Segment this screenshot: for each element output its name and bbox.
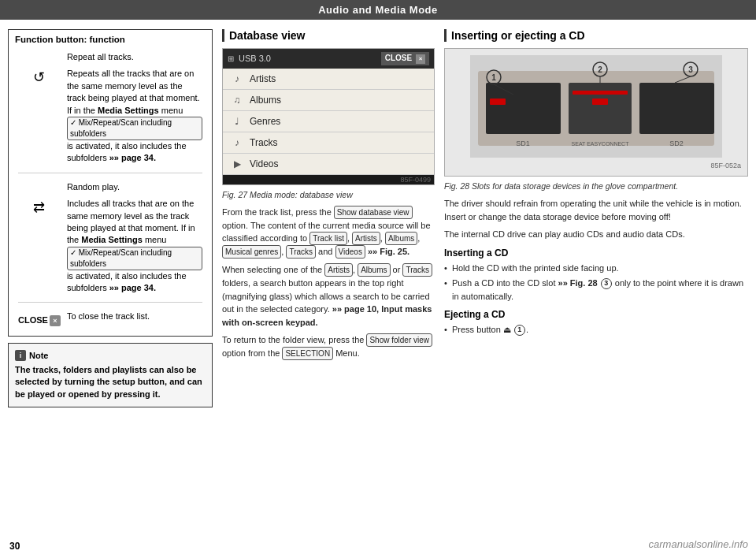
tracks-label: Tracks xyxy=(250,137,278,148)
menu-item-genres[interactable]: ♩ Genres xyxy=(223,111,434,132)
svg-text:1: 1 xyxy=(491,73,496,82)
cd-section-title: Inserting or ejecting a CD xyxy=(444,29,748,42)
close-key: CLOSE × xyxy=(18,314,61,326)
cd-content-para-1: The driver should refrain from operating… xyxy=(444,197,748,223)
videos-icon: ▶ xyxy=(231,158,243,169)
svg-text:SD1: SD1 xyxy=(516,140,530,147)
note-header: i Note xyxy=(15,350,206,361)
albums-btn: Albums xyxy=(385,232,417,245)
svg-rect-6 xyxy=(573,91,628,95)
videos-btn: Videos xyxy=(335,245,365,259)
show-folder-view-btn: Show folder view xyxy=(366,333,432,347)
x-symbol: × xyxy=(50,315,61,326)
fig-27-caption: Fig. 27 Media mode: database view xyxy=(222,190,435,199)
function-box: Function button: function Repeat all tra… xyxy=(8,29,213,337)
insert-bullet-1: Hold the CD with the printed side facing… xyxy=(444,262,748,275)
table-row: ↺ Repeats all the tracks that are on the… xyxy=(15,65,206,166)
media-menu-list: ♪ Artists ♫ Albums ♩ Genres ♪ Tracks xyxy=(223,69,434,175)
cd-content-para-2: The internal CD drive can play audio CDs… xyxy=(444,228,748,241)
artists-btn2: Artists xyxy=(324,263,353,277)
right-column: Inserting or ejecting a CD SD1 xyxy=(444,29,748,407)
table-row: Random play. xyxy=(15,179,206,195)
svg-text:2: 2 xyxy=(598,65,602,74)
menu-item-videos[interactable]: ▶ Videos xyxy=(223,154,434,175)
videos-label: Videos xyxy=(250,158,278,169)
insert-bullet-2: Push a CD into the CD slot »» Fig. 28 3 … xyxy=(444,277,748,303)
selection-btn: SELECTION xyxy=(282,347,333,360)
close-cell: CLOSE × xyxy=(15,308,64,330)
usb-label: USB 3.0 xyxy=(239,54,271,63)
svg-rect-3 xyxy=(569,83,632,134)
icon-cell xyxy=(15,49,64,65)
repeat-icon: ↺ xyxy=(33,69,45,85)
menu-item-tracks[interactable]: ♪ Tracks xyxy=(223,132,434,154)
show-db-view-btn: Show database view xyxy=(334,206,413,219)
function-box-title: Function button: function xyxy=(15,35,206,44)
usb-icon: ⊞ xyxy=(228,54,234,63)
left-column: Function button: function Repeat all tra… xyxy=(8,29,213,407)
note-text: The tracks, folders and playlists can al… xyxy=(15,364,206,400)
ejecting-cd-title: Ejecting a CD xyxy=(444,309,748,320)
track-list-btn: Track list xyxy=(309,232,347,245)
close-button[interactable]: CLOSE × xyxy=(381,52,429,65)
fig-num-3: 3 xyxy=(601,278,612,289)
artists-btn: Artists xyxy=(352,232,380,245)
media-top-bar: ⊞ USB 3.0 CLOSE × xyxy=(223,49,434,69)
albums-label: Albums xyxy=(250,95,281,106)
tracks-btn: Tracks xyxy=(286,245,316,259)
close-label: CLOSE xyxy=(385,54,412,62)
shuffle-desc-cell: Includes all tracks that are on the same… xyxy=(64,195,206,296)
menu-item-artists[interactable]: ♪ Artists xyxy=(223,69,434,90)
note-box: i Note The tracks, folders and playlists… xyxy=(8,343,213,407)
content-para-3: To return to the folder view, press the … xyxy=(222,333,435,360)
repeat-desc-cell: Repeats all the tracks that are on the s… xyxy=(64,65,206,166)
table-row xyxy=(15,167,206,179)
svg-text:SEAT EASYCONNECT: SEAT EASYCONNECT xyxy=(572,141,630,147)
svg-text:SD2: SD2 xyxy=(669,140,684,147)
table-row: ⇄ Includes all tracks that are on the sa… xyxy=(15,195,206,296)
mix-repeat-btn2: ✓ Mix/Repeat/Scan including subfolders xyxy=(67,247,202,270)
close-x-icon: × xyxy=(416,54,425,64)
menu-item-albums[interactable]: ♫ Albums xyxy=(223,90,434,111)
fig-28-ref: 85F-052a xyxy=(451,162,741,169)
random-desc-cell: Random play. xyxy=(64,179,206,195)
eject-bullet-1: Press button ⏏ 1. xyxy=(444,323,748,337)
mix-repeat-btn: ✓ Mix/Repeat/Scan including subfolders xyxy=(67,117,202,140)
media-mockup: ⊞ USB 3.0 CLOSE × ♪ Artists ♫ Albums xyxy=(222,48,435,185)
repeat-icon-cell: ↺ xyxy=(15,65,64,166)
svg-rect-2 xyxy=(486,83,561,134)
tracks-icon: ♪ xyxy=(231,137,243,148)
artists-label: Artists xyxy=(250,73,276,84)
musical-genres-btn: Musical genres xyxy=(222,245,281,259)
content-para-1: From the track list, press the Show data… xyxy=(222,206,435,259)
genres-label: Genres xyxy=(250,116,280,127)
table-row: Repeat all tracks. xyxy=(15,49,206,65)
inserting-cd-title: Inserting a CD xyxy=(444,247,748,259)
albums-icon: ♫ xyxy=(231,95,243,106)
shuffle-icon: ⇄ xyxy=(33,199,45,215)
svg-rect-5 xyxy=(490,99,506,105)
note-title: Note xyxy=(29,351,48,360)
artists-icon: ♪ xyxy=(231,73,243,84)
tracks-btn2: Tracks xyxy=(402,263,432,277)
fig-code-ref: 85F-0499 xyxy=(223,175,434,184)
middle-column: Database view ⊞ USB 3.0 CLOSE × ♪ Artist… xyxy=(222,29,435,407)
content-para-2: When selecting one of the Artists, Album… xyxy=(222,263,435,329)
cd-image-box: SD1 SEAT EASYCONNECT SD2 1 2 3 85F-052a xyxy=(444,48,748,177)
function-table: Repeat all tracks. ↺ Repeats all the tra… xyxy=(15,49,206,331)
info-icon: i xyxy=(15,350,26,361)
table-row: CLOSE × To close the track list. xyxy=(15,308,206,330)
genres-icon: ♩ xyxy=(231,116,243,127)
svg-text:3: 3 xyxy=(688,65,693,74)
albums-btn2: Albums xyxy=(358,263,390,277)
table-row xyxy=(15,296,206,308)
fig-28-caption: Fig. 28 Slots for data storage devices i… xyxy=(444,181,748,191)
cd-visual: SD1 SEAT EASYCONNECT SD2 1 2 3 xyxy=(451,55,741,158)
svg-rect-7 xyxy=(592,99,608,105)
icon-cell xyxy=(15,179,64,195)
svg-rect-4 xyxy=(639,83,714,134)
database-view-title: Database view xyxy=(222,29,435,42)
fig-num-1: 1 xyxy=(514,325,525,336)
shuffle-icon-cell: ⇄ xyxy=(15,195,64,296)
page-header: Audio and Media Mode xyxy=(0,0,756,20)
